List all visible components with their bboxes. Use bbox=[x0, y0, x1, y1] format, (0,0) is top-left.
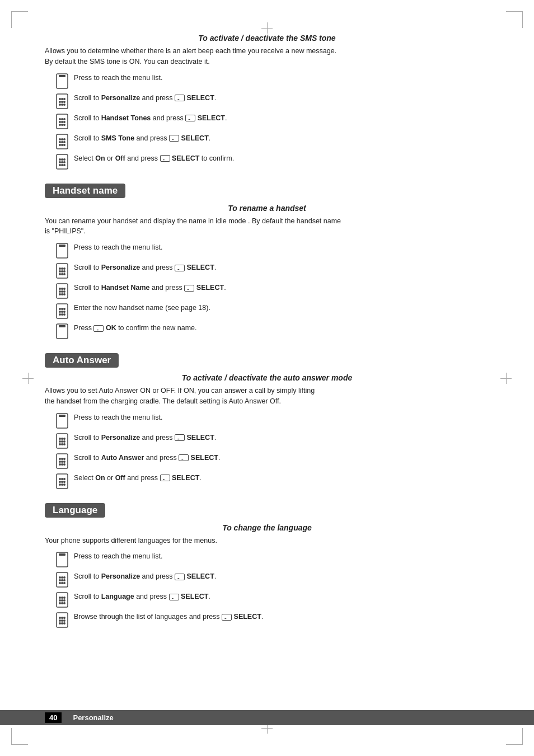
svg-point-47 bbox=[63, 267, 65, 270]
svg-point-94 bbox=[63, 461, 65, 463]
svg-point-16 bbox=[59, 121, 61, 123]
svg-point-13 bbox=[59, 118, 61, 120]
svg-point-139 bbox=[63, 622, 65, 624]
svg-point-116 bbox=[63, 579, 65, 581]
sms-step-5: Select On or Off and press SELECT to con… bbox=[56, 153, 489, 171]
svg-point-24 bbox=[61, 138, 63, 140]
aa-step-3: Scroll to Auto Answer and press SELECT. bbox=[56, 453, 489, 471]
svg-point-85 bbox=[59, 443, 61, 445]
svg-point-101 bbox=[63, 478, 65, 480]
svg-point-30 bbox=[61, 144, 63, 146]
hn-step-5: Press OK to confirm the new name. bbox=[56, 323, 489, 341]
svg-point-138 bbox=[61, 622, 63, 624]
svg-point-80 bbox=[61, 438, 63, 440]
svg-point-9 bbox=[59, 104, 61, 106]
select-icon bbox=[175, 95, 185, 101]
svg-point-133 bbox=[63, 617, 65, 619]
svg-point-126 bbox=[63, 599, 65, 602]
sms-tone-desc2: By default the SMS tone is ON. You can d… bbox=[45, 58, 210, 65]
svg-point-48 bbox=[59, 270, 61, 273]
svg-point-122 bbox=[61, 597, 63, 599]
svg-point-92 bbox=[59, 461, 61, 463]
svg-point-136 bbox=[63, 619, 65, 622]
aa-step-2: Scroll to Personalize and press SELECT. bbox=[56, 433, 489, 450]
svg-point-18 bbox=[63, 121, 65, 123]
handset-name-steps: Press to reach the menu list. bbox=[56, 242, 489, 341]
svg-point-40 bbox=[61, 164, 63, 166]
corner-br bbox=[506, 728, 523, 745]
footer-label: Personalize bbox=[73, 713, 113, 722]
svg-point-129 bbox=[63, 602, 65, 604]
svg-point-96 bbox=[61, 463, 63, 466]
svg-point-65 bbox=[59, 308, 61, 310]
sms-step-5-text: Select On or Off and press SELECT to con… bbox=[74, 153, 234, 164]
phone-keypad-icon-5 bbox=[56, 154, 68, 171]
svg-point-90 bbox=[61, 458, 63, 460]
lang-step-1-text: Press to reach the menu list. bbox=[74, 551, 162, 562]
select-icon bbox=[169, 135, 179, 142]
svg-point-70 bbox=[63, 311, 65, 313]
hn-step-3-text: Scroll to Handset Name and press SELECT. bbox=[74, 283, 226, 293]
phone-keypad-icon bbox=[56, 433, 68, 450]
svg-point-4 bbox=[61, 98, 63, 100]
svg-rect-1 bbox=[59, 75, 65, 77]
svg-point-52 bbox=[61, 273, 63, 275]
auto-answer-section: Auto Answer To activate / deactivate the… bbox=[45, 349, 489, 491]
aa-step-2-text: Scroll to Personalize and press SELECT. bbox=[74, 433, 216, 443]
sms-step-4: Scroll to SMS Tone and press SELECT. bbox=[56, 133, 489, 151]
svg-point-17 bbox=[61, 121, 63, 123]
sms-tone-desc: Allows you to determine whether there is… bbox=[45, 46, 489, 67]
phone-keypad-icon-4 bbox=[56, 134, 68, 151]
svg-point-97 bbox=[63, 463, 65, 466]
phone-keypad2-icon bbox=[56, 303, 68, 321]
svg-point-124 bbox=[59, 599, 61, 602]
svg-point-34 bbox=[61, 158, 63, 161]
svg-point-99 bbox=[59, 478, 61, 480]
svg-point-81 bbox=[63, 438, 65, 440]
aa-step-3-text: Scroll to Auto Answer and press SELECT. bbox=[74, 453, 220, 463]
svg-point-56 bbox=[61, 288, 63, 290]
svg-point-36 bbox=[59, 161, 61, 163]
sms-step-3-text: Scroll to Handset Tones and press SELECT… bbox=[74, 113, 227, 124]
auto-answer-steps: Press to reach the menu list. bbox=[56, 412, 489, 491]
handset-name-heading: Handset name bbox=[45, 179, 489, 204]
svg-point-37 bbox=[61, 161, 63, 163]
svg-point-51 bbox=[59, 273, 61, 275]
select-icon bbox=[175, 434, 185, 441]
phone-keypad-icon bbox=[56, 612, 68, 630]
sms-step-3: Scroll to Handset Tones and press SELECT… bbox=[56, 113, 489, 131]
svg-point-87 bbox=[63, 443, 65, 445]
phone-simple-icon bbox=[56, 552, 68, 569]
lang-step-2-text: Scroll to Personalize and press SELECT. bbox=[74, 571, 216, 582]
svg-point-103 bbox=[61, 481, 63, 483]
language-section: Language To change the language Your pho… bbox=[45, 499, 489, 630]
corner-tl bbox=[11, 11, 28, 28]
lang-step-2: Scroll to Personalize and press SELECT. bbox=[56, 571, 489, 589]
svg-point-53 bbox=[63, 273, 65, 275]
select-icon bbox=[160, 475, 170, 481]
svg-point-23 bbox=[59, 138, 61, 140]
hn-step-5-text: Press OK to confirm the new name. bbox=[74, 323, 197, 334]
phone-keypad-icon bbox=[56, 283, 68, 300]
svg-point-14 bbox=[61, 118, 63, 120]
handset-name-desc2: is "PHILIPS". bbox=[45, 227, 86, 235]
svg-point-72 bbox=[61, 313, 63, 316]
phone-keypad-icon bbox=[56, 263, 68, 280]
svg-rect-77 bbox=[59, 415, 65, 417]
svg-point-83 bbox=[61, 440, 63, 443]
hn-step-2-text: Scroll to Personalize and press SELECT. bbox=[74, 262, 216, 273]
hn-step-3: Scroll to Handset Name and press SELECT. bbox=[56, 283, 489, 300]
sms-step-2: Scroll to Personalize and press SELECT. bbox=[56, 93, 489, 111]
phone-keypad-icon-2 bbox=[56, 93, 68, 111]
crosshair-mid-left bbox=[22, 373, 34, 384]
svg-point-73 bbox=[63, 313, 65, 316]
svg-point-38 bbox=[63, 161, 65, 163]
svg-point-69 bbox=[61, 311, 63, 313]
svg-point-91 bbox=[63, 458, 65, 460]
svg-point-49 bbox=[61, 270, 63, 273]
svg-point-59 bbox=[61, 290, 63, 293]
svg-point-3 bbox=[59, 98, 61, 100]
select-icon bbox=[160, 155, 170, 162]
crosshair-top bbox=[261, 22, 273, 34]
svg-point-127 bbox=[59, 602, 61, 604]
